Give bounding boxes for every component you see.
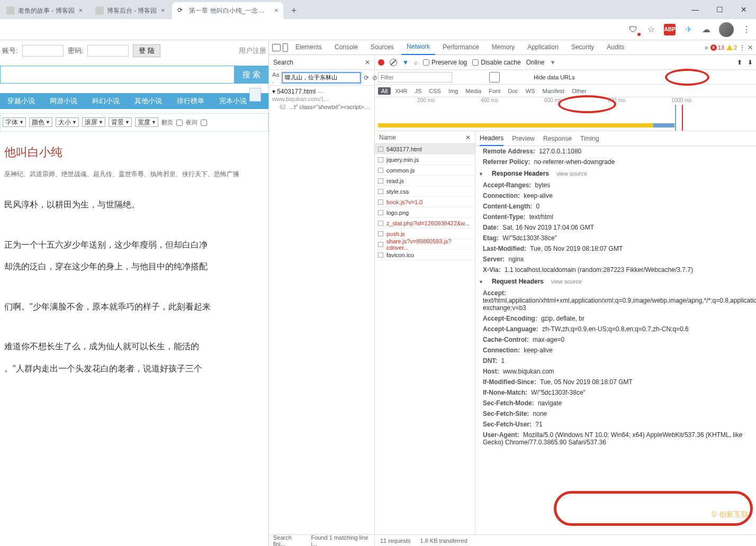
maximize-button[interactable]: ☐ (707, 1, 732, 18)
throttle-select[interactable]: Online (526, 59, 545, 66)
refresh-icon[interactable]: ⟳ (364, 74, 369, 81)
tab-memory[interactable]: Memory (487, 40, 520, 54)
request-row[interactable]: logo.png (375, 207, 475, 218)
type-chip[interactable]: CSS (426, 87, 444, 95)
browser-tab[interactable]: 博客后台 - 博客园× (90, 2, 170, 19)
request-row[interactable]: book.js?v=1.0 (375, 197, 475, 207)
upload-icon[interactable]: ⬆ (737, 59, 742, 66)
scroll-select[interactable]: 滚屏 (82, 117, 105, 127)
type-chip[interactable]: Other (569, 87, 590, 95)
tab-security[interactable]: Security (566, 40, 599, 54)
menu-icon[interactable]: ⋮ (741, 24, 752, 35)
type-chip[interactable]: Manifest (539, 87, 568, 95)
request-row[interactable]: favicon.ico (375, 250, 475, 260)
device-mode-icon[interactable] (283, 43, 288, 52)
size-select[interactable]: 大小 (56, 117, 79, 127)
adblock-icon[interactable]: ABP (664, 24, 676, 35)
tab-audits[interactable]: Audits (601, 40, 629, 54)
search-icon[interactable]: ⌕ (414, 59, 418, 66)
browser-tab-active[interactable]: ⟳第一章 他叫白小纯_一念永恒_修× (172, 2, 283, 19)
extension-icon[interactable]: ☁ (701, 24, 712, 35)
request-row[interactable]: z_stat.php?id=1260938422&w... (375, 218, 475, 229)
tab-console[interactable]: Console (329, 40, 363, 54)
meta-links[interactable]: 巫神纪、武道宗师、绝世战魂、超凡传、盖世帝尊、纨绔邪皇、侠行天下、恐怖广播 (4, 170, 264, 179)
close-icon[interactable]: × (161, 7, 165, 14)
warning-badge[interactable]: 2 (726, 44, 737, 51)
inspect-icon[interactable] (272, 44, 281, 51)
bookmark-icon[interactable]: ☆ (646, 24, 656, 35)
case-toggle[interactable]: Aa . (272, 71, 279, 84)
nav-item[interactable]: 其他小说 (127, 93, 169, 109)
type-chip[interactable]: All (378, 87, 391, 95)
font-select[interactable]: 字体 (3, 117, 26, 127)
preserve-log-checkbox[interactable] (423, 59, 429, 66)
tab-timing[interactable]: Timing (580, 135, 599, 142)
search-input[interactable] (282, 72, 361, 83)
type-chip[interactable]: XHR (392, 87, 410, 95)
close-icon[interactable]: ✕ (465, 134, 471, 141)
tab-preview[interactable]: Preview (512, 135, 535, 142)
search-input[interactable] (0, 66, 235, 84)
login-button[interactable]: 登 陆 (133, 44, 160, 57)
night-checkbox[interactable] (201, 120, 207, 126)
disable-cache-checkbox[interactable] (472, 59, 479, 66)
section-title[interactable]: Response Headers (492, 170, 549, 177)
more-icon[interactable]: » (705, 44, 708, 51)
hide-urls-checkbox[interactable] (457, 72, 532, 83)
close-devtools-icon[interactable]: ✕ (748, 44, 753, 51)
type-chip[interactable]: WS (523, 87, 538, 95)
tab-sources[interactable]: Sources (365, 40, 399, 54)
extension-icon[interactable]: 🛡 (628, 24, 638, 35)
nav-item[interactable]: 排行榜单 (169, 93, 212, 109)
color-select[interactable]: 颜色 (29, 117, 52, 127)
tab-elements[interactable]: Elements (290, 40, 327, 54)
section-title[interactable]: Request Headers (492, 278, 544, 285)
result-line[interactable]: 62 ...t" class="showtxt"><script>app... (272, 103, 371, 111)
nav-item[interactable]: 穿越小说 (0, 93, 42, 109)
tab-application[interactable]: Application (522, 40, 564, 54)
nav-item[interactable]: 科幻小说 (85, 93, 127, 109)
view-source[interactable]: view source (551, 278, 582, 285)
request-row[interactable]: 5403177.html (375, 144, 475, 154)
request-row[interactable]: jquery.min.js (375, 154, 475, 165)
close-button[interactable]: ✕ (732, 1, 756, 18)
width-select[interactable]: 宽度 (135, 117, 158, 127)
bg-select[interactable]: 背景 (109, 117, 132, 127)
tab-response[interactable]: Response (543, 135, 572, 142)
view-source[interactable]: view source (556, 170, 587, 177)
tab-headers[interactable]: Headers (480, 131, 503, 146)
close-icon[interactable]: × (274, 7, 278, 14)
type-chip[interactable]: Media (462, 87, 484, 95)
request-row[interactable]: read.js (375, 176, 475, 186)
close-icon[interactable]: ✕ (365, 59, 370, 66)
request-row[interactable]: style.css (375, 186, 475, 197)
result-file[interactable]: ▾ 5403177.html — www.biqukan.com/1... (272, 88, 371, 103)
profile-avatar[interactable] (719, 22, 734, 37)
type-chip[interactable]: Img (445, 87, 461, 95)
request-row[interactable]: share.js?v=89860593.js?cdnver... (375, 239, 475, 250)
error-badge[interactable]: ✕13 (710, 44, 724, 51)
filter-input[interactable] (378, 72, 452, 83)
request-row[interactable]: common.js (375, 165, 475, 176)
settings-icon[interactable]: ⋮ (739, 44, 745, 51)
tab-performance[interactable]: Performance (437, 40, 484, 54)
new-tab-button[interactable]: + (286, 3, 301, 18)
type-chip[interactable]: JS (411, 87, 425, 95)
account-input[interactable] (22, 45, 64, 57)
type-chip[interactable]: Doc (505, 87, 521, 95)
search-button[interactable]: 搜 索 (235, 66, 268, 84)
download-icon[interactable]: ⬇ (748, 59, 753, 66)
tab-network[interactable]: Network (401, 40, 435, 55)
minimize-button[interactable]: — (683, 1, 707, 18)
browser-tab[interactable]: 老鱼的故事 - 博客园× (1, 2, 88, 19)
password-input[interactable] (87, 45, 129, 57)
close-icon[interactable]: × (79, 7, 83, 14)
nav-item[interactable]: 网游小说 (42, 93, 85, 109)
nav-item[interactable]: 完本小说 (212, 93, 254, 109)
record-button[interactable] (378, 59, 384, 66)
flip-checkbox[interactable] (176, 120, 183, 126)
clear-button[interactable] (390, 59, 397, 66)
filter-icon[interactable]: ▼ (402, 59, 409, 66)
type-chip[interactable]: Font (485, 87, 503, 95)
register-link[interactable]: 用户注册 (239, 46, 266, 56)
